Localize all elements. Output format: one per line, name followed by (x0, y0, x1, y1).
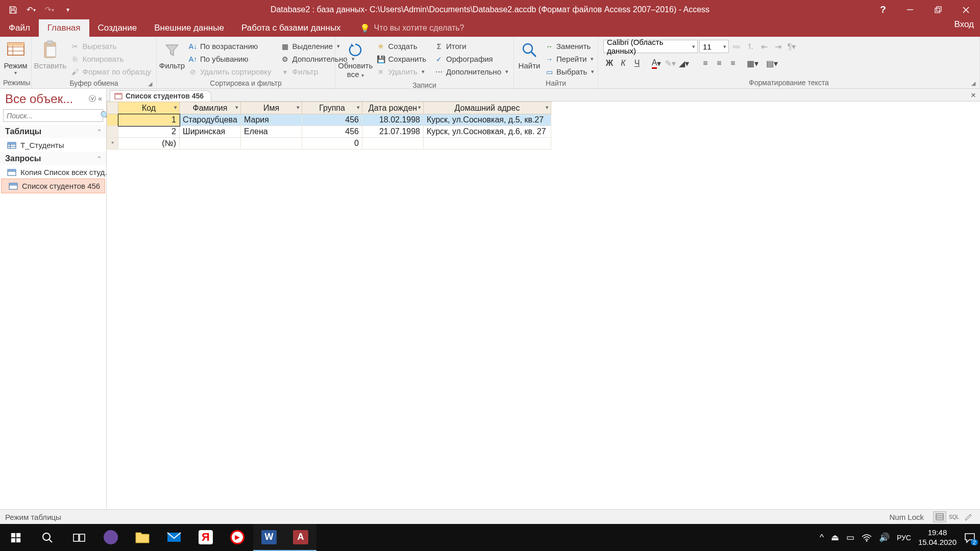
nav-pane-title[interactable]: Все объек... (5, 92, 73, 106)
copy-button[interactable]: ⎘Копировать (68, 53, 153, 65)
highlight-button[interactable]: ✎▾ (664, 57, 676, 69)
format-painter-button[interactable]: 🖌Формат по образцу (68, 65, 153, 78)
col-dropdown-icon[interactable]: ▾ (418, 104, 421, 111)
cell-id-new[interactable]: (№) (118, 138, 180, 149)
collapse-icon[interactable]: ⌃ (96, 128, 102, 136)
close-button[interactable] (952, 0, 980, 19)
numbering-button[interactable]: ⒈ (744, 40, 756, 53)
more-records-button[interactable]: ⋯Дополнительно (432, 65, 510, 78)
nav-table-item[interactable]: Т_Студенты (0, 138, 106, 152)
tell-me-search[interactable]: 💡 Что вы хотите сделать? (350, 19, 464, 37)
paste-button[interactable]: Вставить (35, 39, 65, 71)
indent-dec-button[interactable]: ⇤ (758, 40, 770, 53)
table-row[interactable]: 2 Ширинская Елена 456 21.07.1998 Курск, … (107, 126, 551, 138)
cell-group-new[interactable]: 0 (302, 138, 362, 149)
delete-record-button[interactable]: ✕Удалить (374, 65, 428, 78)
col-dropdown-icon[interactable]: ▾ (297, 104, 300, 111)
col-dropdown-icon[interactable]: ▾ (235, 104, 238, 111)
row-selector[interactable] (107, 126, 118, 138)
start-button[interactable] (0, 524, 32, 551)
cell[interactable] (241, 138, 302, 149)
col-dropdown-icon[interactable]: ▾ (357, 104, 360, 111)
tab-external-data[interactable]: Внешние данные (145, 19, 233, 37)
col-header-id[interactable]: Код▾ (118, 102, 180, 114)
tray-volume-icon[interactable]: 🔊 (879, 532, 890, 543)
tab-create[interactable]: Создание (89, 19, 146, 37)
cell-dob[interactable]: 18.02.1998 (362, 114, 424, 126)
font-color-button[interactable]: A▾ (650, 57, 663, 69)
cell-lastname[interactable]: Ширинская (180, 126, 241, 138)
tray-clock[interactable]: 19:48 15.04.2020 (918, 528, 957, 547)
cell[interactable] (362, 138, 424, 149)
view-mode-button[interactable]: Режим ▾ (3, 39, 28, 77)
taskbar-app-word[interactable]: W (253, 524, 285, 551)
totals-button[interactable]: ΣИтоги (432, 40, 510, 53)
font-size-combo[interactable]: 11 (699, 40, 729, 53)
nav-dropdown-icon[interactable]: ⓥ (89, 94, 96, 104)
redo-icon[interactable]: ↷▾ (42, 2, 57, 17)
nav-group-tables[interactable]: Таблицы ⌃ (0, 125, 106, 138)
object-tab[interactable]: Список студентов 456 (110, 90, 211, 102)
tab-database-tools[interactable]: Работа с базами данных (233, 19, 350, 37)
indent-inc-button[interactable]: ⇥ (772, 40, 784, 53)
table-row[interactable]: 1 Стародубцева Мария 456 18.02.1998 Курс… (107, 114, 551, 126)
cut-button[interactable]: ✂Вырезать (68, 40, 153, 53)
datasheet-grid[interactable]: Код▾ Фамилия▾ Имя▾ Группа▾ Дата рожден▾ … (107, 102, 980, 149)
taskbar-app-mail[interactable] (158, 524, 190, 551)
col-dropdown-icon[interactable]: ▾ (174, 104, 177, 111)
nav-search-box[interactable]: 🔍 (3, 109, 103, 122)
cell-id[interactable]: 2 (118, 126, 180, 138)
align-left-button[interactable]: ≡ (699, 57, 712, 69)
nav-search-input[interactable] (4, 112, 100, 120)
taskbar-app-explorer[interactable] (127, 524, 158, 551)
alt-row-color-button[interactable]: ▤▾ (766, 57, 778, 69)
col-dropdown-icon[interactable]: ▾ (546, 104, 549, 111)
clipboard-dialog-launcher[interactable]: ◢ (148, 81, 152, 87)
sign-in-link[interactable]: Вход (954, 19, 974, 30)
nav-query-item-2[interactable]: Список студентов 456 (1, 179, 105, 193)
filter-button[interactable]: Фильтр (160, 39, 184, 71)
nav-query-item-1[interactable]: Копия Список всех студ... (0, 165, 106, 179)
clear-sort-button[interactable]: ⊘Удалить сортировку (186, 65, 274, 78)
italic-button[interactable]: К (617, 57, 629, 69)
tab-home[interactable]: Главная (39, 19, 89, 37)
col-header-dob[interactable]: Дата рожден▾ (362, 102, 424, 114)
cell[interactable] (424, 138, 551, 149)
text-dir-button[interactable]: ¶▾ (786, 40, 798, 53)
select-button[interactable]: ▭Выбрать (543, 65, 596, 78)
tray-battery-icon[interactable]: ▭ (846, 532, 854, 543)
format-dialog-launcher[interactable]: ◢ (971, 80, 975, 87)
underline-button[interactable]: Ч (631, 57, 643, 69)
col-header-lastname[interactable]: Фамилия▾ (180, 102, 241, 114)
new-row-indicator[interactable]: * (107, 138, 118, 149)
font-family-combo[interactable]: Calibri (Область данных) (603, 40, 698, 53)
action-center-button[interactable]: 2 (964, 532, 976, 543)
qat-customize-icon[interactable]: ▾ (60, 2, 76, 17)
minimize-button[interactable] (896, 0, 924, 19)
col-header-firstname[interactable]: Имя▾ (241, 102, 302, 114)
new-record-row[interactable]: * (№) 0 (107, 138, 551, 149)
refresh-all-button[interactable]: Обновить все ▾ (338, 39, 372, 80)
fill-color-button[interactable]: ◢▾ (678, 57, 690, 69)
tray-language[interactable]: РУС (897, 534, 911, 542)
save-record-button[interactable]: 💾Сохранить (374, 53, 428, 65)
new-record-button[interactable]: ✳Создать (374, 40, 428, 53)
cell-firstname[interactable]: Елена (241, 126, 302, 138)
sql-view-switch[interactable]: SQL (947, 511, 961, 522)
cell[interactable] (180, 138, 241, 149)
taskbar-app-yandex-browser[interactable]: ▶ (222, 524, 253, 551)
taskbar-app-access[interactable]: A (285, 524, 316, 551)
col-header-address[interactable]: Домашний адрес▾ (424, 102, 551, 114)
row-selector[interactable] (107, 114, 118, 126)
align-center-button[interactable]: ≡ (713, 57, 725, 69)
cell-firstname[interactable]: Мария (241, 114, 302, 126)
align-right-button[interactable]: ≡ (727, 57, 739, 69)
sort-asc-button[interactable]: A↓По возрастанию (186, 40, 274, 53)
tray-wifi-icon[interactable] (862, 534, 872, 542)
collapse-icon[interactable]: ⌃ (96, 155, 102, 163)
spelling-button[interactable]: ✓Орфография (432, 53, 510, 65)
tab-file[interactable]: Файл (0, 19, 39, 37)
taskbar-app-yandex[interactable]: Я (190, 524, 222, 551)
save-icon[interactable] (5, 2, 20, 17)
nav-group-queries[interactable]: Запросы ⌃ (0, 152, 106, 165)
